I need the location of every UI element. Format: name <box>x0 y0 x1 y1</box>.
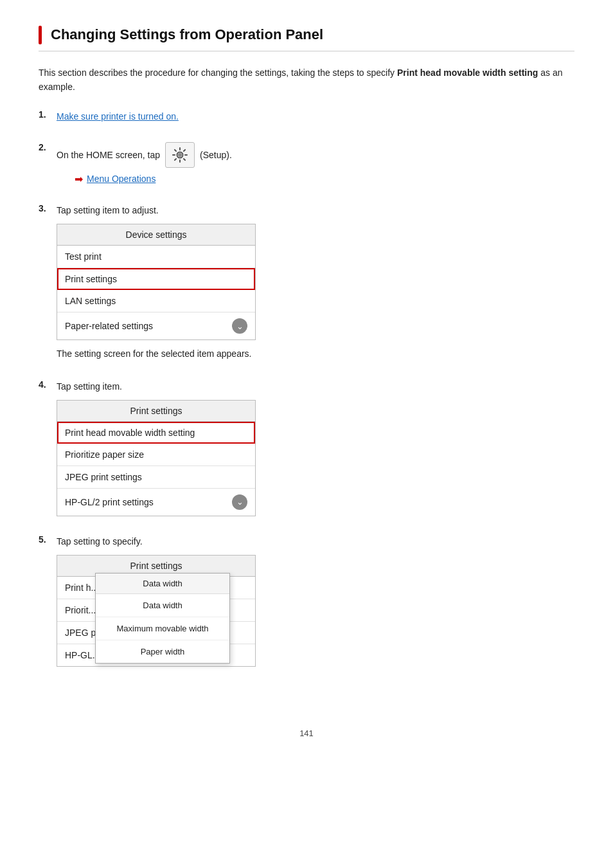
screen-row-lan-settings[interactable]: LAN settings <box>57 290 255 312</box>
device-settings-screen: Device settings Test print Print setting… <box>57 224 256 340</box>
step-4: 4. Tap setting item. Print settings Prin… <box>39 379 574 516</box>
popup-overlay-container: Print settings Print h... Priorit... JPE… <box>57 555 256 703</box>
step-3-note: The setting screen for the selected item… <box>57 347 574 361</box>
step-5-text: Tap setting to specify. <box>57 536 143 547</box>
print-settings-screen: Print settings Print head movable width … <box>57 400 256 516</box>
step-2-text-before: On the HOME screen, tap <box>57 148 160 162</box>
step-4-number: 4. <box>39 379 57 390</box>
step-1: 1. Make sure printer is turned on. <box>39 109 574 123</box>
step-3-content: Tap setting item to adjust. <box>57 203 574 217</box>
step-1-text: Make sure printer is turned on. <box>57 111 179 122</box>
page-title: Changing Settings from Operation Panel <box>51 26 323 44</box>
screen-row-hpgl2-settings[interactable]: HP-GL/2 print settings ⌄ <box>57 489 255 516</box>
menu-operations-link[interactable]: Menu Operations <box>87 174 155 184</box>
page-wrapper: Changing Settings from Operation Panel T… <box>39 26 574 738</box>
step-4-text: Tap setting item. <box>57 381 122 392</box>
chevron-down-icon-2: ⌄ <box>232 494 247 510</box>
step-5: 5. Tap setting to specify. Print setting… <box>39 534 574 703</box>
step-2-header: 2. On the HOME screen, tap (Setup). <box>39 142 574 185</box>
step-5-header: 5. Tap setting to specify. <box>39 534 574 548</box>
step-2-text-after: (Setup). <box>200 148 232 162</box>
print-settings-header: Print settings <box>57 401 255 422</box>
screen-row-movable-width[interactable]: Print head movable width setting <box>57 422 255 444</box>
intro-bold: Print head movable width setting <box>397 68 538 78</box>
step-1-number: 1. <box>39 109 57 120</box>
step-1-content: Make sure printer is turned on. <box>57 109 574 123</box>
popup-row-paper-width[interactable]: Paper width <box>96 640 229 663</box>
arrow-right-icon: ➡ <box>75 173 83 185</box>
popup-row-data-width[interactable]: Data width <box>96 594 229 617</box>
step-2-content: On the HOME screen, tap (Setup). ➡ <box>57 142 574 185</box>
device-settings-header: Device settings <box>57 224 255 246</box>
page-number: 141 <box>39 728 574 738</box>
step-2-text: On the HOME screen, tap (Setup). <box>57 142 232 168</box>
setup-icon-box <box>165 142 195 168</box>
step-3-text: Tap setting item to adjust. <box>57 205 159 215</box>
svg-point-1 <box>178 153 182 157</box>
header-accent-bar <box>39 26 42 44</box>
step-1-header: 1. Make sure printer is turned on. <box>39 109 574 123</box>
step-4-content: Tap setting item. <box>57 379 574 393</box>
step-3: 3. Tap setting item to adjust. Device se… <box>39 203 574 361</box>
data-width-popup: Data width Data width Maximum movable wi… <box>95 573 230 664</box>
intro-text-before: This section describes the procedure for… <box>39 68 397 78</box>
screen-row-paper-settings[interactable]: Paper-related settings ⌄ <box>57 312 255 339</box>
screen-row-jpeg-settings[interactable]: JPEG print settings <box>57 466 255 489</box>
screen-row-print-settings[interactable]: Print settings <box>57 268 255 290</box>
chevron-down-icon: ⌄ <box>232 318 247 334</box>
step-2: 2. On the HOME screen, tap (Setup). <box>39 142 574 185</box>
step-4-header: 4. Tap setting item. <box>39 379 574 393</box>
steps-list: 1. Make sure printer is turned on. 2. On… <box>39 109 574 703</box>
step-1-link[interactable]: Make sure printer is turned on. <box>57 111 179 122</box>
setup-gear-icon <box>172 147 188 163</box>
page-header: Changing Settings from Operation Panel <box>39 26 574 51</box>
intro-paragraph: This section describes the procedure for… <box>39 66 574 95</box>
screen-row-test-print[interactable]: Test print <box>57 246 255 268</box>
step-3-header: 3. Tap setting item to adjust. <box>39 203 574 217</box>
screen-row-prioritize-paper[interactable]: Prioritize paper size <box>57 444 255 466</box>
step-3-number: 3. <box>39 203 57 213</box>
step-5-number: 5. <box>39 534 57 545</box>
popup-overlay-header: Data width <box>96 574 229 594</box>
step-5-content: Tap setting to specify. <box>57 534 574 548</box>
step-2-number: 2. <box>39 142 57 152</box>
menu-ops-container: ➡ Menu Operations <box>75 173 574 185</box>
popup-row-max-movable[interactable]: Maximum movable width <box>96 617 229 640</box>
